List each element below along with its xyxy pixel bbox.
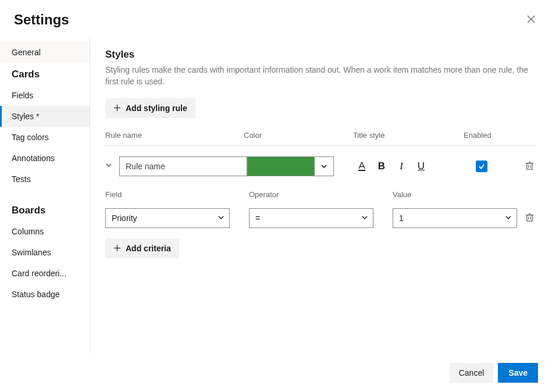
column-header-rule-name: Rule name — [105, 131, 244, 140]
color-picker — [247, 156, 334, 176]
chevron-down-icon — [320, 163, 327, 170]
content-header: Styles Styling rules make the cards with… — [105, 49, 537, 88]
underline-button[interactable]: U — [413, 158, 429, 174]
plus-icon — [113, 244, 121, 252]
rule-name-input[interactable] — [119, 156, 247, 176]
sidebar-item-label: Status badge — [12, 290, 60, 299]
sidebar-item-label: Tag colors — [12, 133, 49, 142]
cancel-label: Cancel — [459, 368, 485, 377]
save-label: Save — [508, 368, 528, 377]
column-header-enabled: Enabled — [464, 131, 537, 140]
sidebar-section-cards: Cards Fields Styles * Tag colors Annotat… — [0, 63, 90, 190]
operator-select[interactable]: = — [249, 208, 373, 228]
sidebar-item-fields[interactable]: Fields — [0, 85, 90, 106]
italic-button[interactable]: I — [393, 158, 409, 174]
add-criteria-label: Add criteria — [126, 244, 171, 253]
column-header-value: Value — [393, 190, 537, 199]
sidebar-item-annotations[interactable]: Annotations — [0, 148, 90, 169]
modal-title: Settings — [14, 12, 69, 28]
chevron-down-icon — [361, 214, 368, 221]
sidebar-section-title-cards: Cards — [0, 63, 90, 85]
add-rule-label: Add styling rule — [126, 104, 187, 113]
delete-rule-button[interactable] — [522, 158, 537, 174]
font-color-icon — [357, 161, 367, 172]
add-styling-rule-button[interactable]: Add styling rule — [105, 98, 195, 118]
column-header-color: Color — [244, 131, 353, 140]
delete-criteria-button[interactable] — [522, 210, 537, 226]
column-header-operator: Operator — [249, 190, 393, 199]
column-header-title-style: Title style — [353, 131, 464, 140]
sidebar-section-boards: Boards Columns Swimlanes Card reorderi..… — [0, 199, 90, 305]
sidebar-item-label: Fields — [12, 91, 33, 100]
field-select[interactable]: Priority — [105, 208, 230, 228]
add-criteria-button[interactable]: Add criteria — [105, 238, 179, 258]
modal-footer: Cancel Save — [0, 354, 552, 392]
value-select-value: 1 — [399, 213, 404, 223]
criteria-row: Priority = 1 — [105, 208, 537, 228]
sidebar: General Cards Fields Styles * Tag colors… — [0, 37, 90, 354]
content-area: Styles Styling rules make the cards with… — [90, 37, 552, 354]
trash-icon — [525, 212, 535, 222]
sidebar-item-label: Columns — [12, 227, 44, 236]
color-swatch[interactable] — [247, 156, 314, 176]
sidebar-item-swimlanes[interactable]: Swimlanes — [0, 242, 90, 263]
sidebar-item-card-reordering[interactable]: Card reorderi... — [0, 263, 90, 284]
save-button[interactable]: Save — [498, 363, 538, 383]
column-header-field: Field — [105, 190, 249, 199]
expand-rule-button[interactable] — [105, 159, 119, 173]
trash-icon — [525, 161, 535, 170]
font-color-button[interactable] — [354, 158, 370, 174]
field-select-value: Priority — [112, 213, 137, 223]
settings-modal: Settings General Cards Fields Styles * T… — [0, 0, 552, 392]
sidebar-item-tests[interactable]: Tests — [0, 169, 90, 190]
content-description: Styling rules make the cards with import… — [105, 64, 537, 88]
chevron-down-icon — [505, 214, 512, 221]
sidebar-item-status-badge[interactable]: Status badge — [0, 284, 90, 305]
plus-icon — [113, 104, 121, 112]
svg-rect-11 — [527, 215, 532, 220]
sidebar-item-label: Tests — [12, 174, 31, 184]
modal-body: General Cards Fields Styles * Tag colors… — [0, 37, 552, 354]
sidebar-item-general[interactable]: General — [0, 42, 90, 63]
value-select[interactable]: 1 — [393, 208, 517, 228]
sidebar-item-label: Swimlanes — [12, 248, 51, 257]
sidebar-item-columns[interactable]: Columns — [0, 221, 90, 242]
sidebar-section-title-boards: Boards — [0, 199, 90, 221]
close-button[interactable] — [524, 12, 538, 28]
sidebar-item-tag-colors[interactable]: Tag colors — [0, 127, 90, 148]
color-dropdown-button[interactable] — [314, 156, 334, 176]
check-icon — [478, 163, 485, 170]
enabled-checkbox[interactable] — [476, 161, 487, 172]
modal-header: Settings — [0, 0, 552, 37]
chevron-down-icon — [218, 214, 225, 221]
chevron-down-icon — [105, 162, 112, 169]
svg-rect-6 — [527, 163, 532, 169]
close-icon — [526, 15, 536, 24]
cancel-button[interactable]: Cancel — [450, 363, 494, 383]
styling-rule-row: B I U — [105, 156, 537, 176]
sidebar-item-label: Annotations — [12, 154, 55, 163]
sidebar-item-label: Card reorderi... — [12, 269, 66, 278]
criteria-column-headers: Field Operator Value — [105, 190, 537, 199]
operator-select-value: = — [255, 213, 260, 223]
sidebar-item-styles[interactable]: Styles * — [0, 106, 90, 127]
sidebar-item-label: General — [12, 48, 41, 57]
sidebar-item-label: Styles * — [12, 112, 39, 121]
rule-column-headers: Rule name Color Title style Enabled — [105, 131, 537, 146]
title-style-group: B I U — [354, 158, 429, 174]
bold-button[interactable]: B — [373, 158, 390, 174]
content-title: Styles — [105, 49, 537, 60]
